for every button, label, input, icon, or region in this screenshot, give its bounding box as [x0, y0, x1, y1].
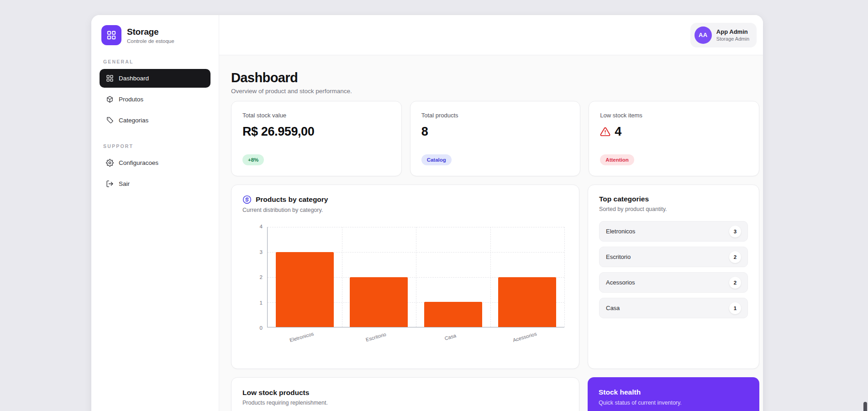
- chart-plot: [267, 227, 564, 327]
- sidebar-item-label: Sair: [119, 180, 130, 187]
- chart-y-tick-label: 2: [260, 274, 263, 280]
- main-area: AA App Admin Storage Admin Dashboard Ove…: [219, 15, 763, 411]
- category-count-badge: 2: [729, 277, 741, 289]
- stat-badge: Attention: [600, 154, 634, 165]
- mid-row: Products by category Current distributio…: [231, 184, 759, 369]
- top-categories-title: Top categories: [599, 195, 748, 203]
- stock-health-title: Stock health: [599, 388, 748, 396]
- stat-label: Low stock items: [600, 112, 748, 119]
- app-tagline: Controle de estoque: [127, 38, 174, 44]
- category-row: Casa 1: [599, 298, 748, 318]
- category-count-badge: 1: [729, 302, 741, 314]
- top-categories-subtitle: Sorted by product quantity.: [599, 206, 748, 212]
- low-stock-title: Low stock products: [242, 389, 568, 397]
- sidebar-item-label: Dashboard: [119, 75, 149, 82]
- low-stock-card: Low stock products Products requiring re…: [231, 377, 579, 411]
- top-categories-card: Top categories Sorted by product quantit…: [588, 184, 759, 369]
- category-count-badge: 3: [729, 226, 741, 237]
- stat-card-total-stock-value: Total stock value R$ 26.959,00 +8%: [231, 101, 402, 176]
- app-logo-icon: [101, 25, 121, 45]
- chart-y-tick-label: 3: [260, 249, 263, 255]
- stock-health-card: Stock health Quick status of current inv…: [588, 377, 759, 411]
- chart-bar-slot: [416, 227, 490, 327]
- bar-chart: 43210 E: [242, 227, 564, 337]
- stock-health-subtitle: Quick status of current inventory.: [599, 400, 748, 406]
- low-stock-subtitle: Products requiring replenishment.: [242, 400, 568, 406]
- tag-icon: [106, 116, 114, 124]
- sidebar-item-dashboard[interactable]: Dashboard: [100, 69, 210, 88]
- chart-bar-slot: [490, 227, 565, 327]
- stat-card-total-products: Total products 8 Catalog: [410, 101, 581, 176]
- sidebar-section-support: SUPPORT: [100, 143, 210, 149]
- page-subtitle: Overview of product and stock performanc…: [231, 88, 759, 95]
- chart-gridline: [564, 227, 565, 327]
- top-categories-list: Eletronicos 3 Escritorio 2 Acessorios 2: [599, 221, 748, 318]
- category-row: Escritorio 2: [599, 247, 748, 267]
- stat-label: Total products: [421, 112, 569, 119]
- user-role: Storage Admin: [716, 36, 749, 42]
- app-logo: Storage Controle de estoque: [100, 25, 210, 45]
- dashboard-content: Dashboard Overview of product and stock …: [219, 55, 763, 411]
- app-name: Storage: [127, 27, 174, 37]
- circle-dollar-icon: [242, 195, 252, 204]
- sidebar-item-produtos[interactable]: Produtos: [100, 90, 210, 109]
- category-row: Acessorios 2: [599, 272, 748, 293]
- chart-bar-eletronicos: [276, 252, 334, 327]
- sidebar: Storage Controle de estoque GENERAL Dash…: [91, 15, 219, 411]
- chart-bar-slot: [268, 227, 342, 327]
- chart-card-header: Products by category: [242, 195, 568, 204]
- chart-bar-casa: [424, 302, 482, 327]
- chart-card-title: Products by category: [256, 195, 328, 204]
- warning-triangle-icon: [600, 126, 610, 137]
- chart-bar-acessorios: [498, 277, 556, 327]
- chart-x-tick-label: Eletronicos: [289, 331, 315, 343]
- chart-x-tick-label: Acessorios: [512, 331, 537, 343]
- chart-bar-escritorio: [350, 277, 408, 327]
- bottom-row: Low stock products Products requiring re…: [231, 377, 759, 411]
- chart-x-axis: EletronicosEscritorioCasaAcessorios: [267, 332, 564, 337]
- chart-y-tick-label: 4: [260, 224, 263, 229]
- sidebar-item-configuracoes[interactable]: Configuracoes: [100, 153, 210, 172]
- sidebar-item-label: Produtos: [119, 96, 143, 103]
- sidebar-section-general: GENERAL: [100, 59, 210, 64]
- category-row: Eletronicos 3: [599, 221, 748, 242]
- chart-x-tick-label: Casa: [444, 332, 457, 341]
- stats-row: Total stock value R$ 26.959,00 +8% Total…: [231, 101, 759, 176]
- chart-y-tick-label: 0: [260, 325, 263, 331]
- grid-icon: [106, 74, 114, 82]
- page-scrollbar-thumb[interactable]: [863, 402, 867, 411]
- avatar: AA: [694, 26, 712, 44]
- category-name: Escritorio: [606, 253, 631, 260]
- user-name: App Admin: [716, 28, 749, 35]
- stat-badge: Catalog: [421, 154, 452, 165]
- user-menu[interactable]: AA App Admin Storage Admin: [690, 23, 757, 47]
- chart-bar-slot: [342, 227, 416, 327]
- app-window: Storage Controle de estoque GENERAL Dash…: [91, 15, 763, 411]
- chart-plot-column: EletronicosEscritorioCasaAcessorios: [267, 227, 564, 337]
- stat-badge: +8%: [242, 154, 264, 165]
- category-name: Casa: [606, 305, 620, 311]
- chart-y-tick-label: 1: [260, 300, 263, 306]
- chart-card-subtitle: Current distribution by category.: [242, 207, 568, 213]
- sidebar-item-sair[interactable]: Sair: [100, 174, 210, 193]
- header: AA App Admin Storage Admin: [219, 15, 763, 55]
- stat-value: 4: [600, 125, 748, 139]
- logout-icon: [106, 180, 114, 188]
- category-count-badge: 2: [729, 251, 741, 263]
- page-title: Dashboard: [231, 70, 759, 85]
- grid-icon: [106, 30, 116, 40]
- package-icon: [106, 95, 114, 103]
- stat-value: R$ 26.959,00: [242, 125, 390, 139]
- chart-x-tick-label: Escritorio: [365, 332, 387, 342]
- category-name: Acessorios: [606, 279, 635, 286]
- stat-value: 8: [421, 125, 569, 139]
- sidebar-item-label: Configuracoes: [119, 159, 158, 166]
- chart-y-axis: 43210: [242, 224, 267, 331]
- stat-value-number: 4: [615, 125, 621, 139]
- products-by-category-card: Products by category Current distributio…: [231, 184, 579, 369]
- category-name: Eletronicos: [606, 228, 635, 235]
- stat-card-low-stock-items: Low stock items 4 Attention: [589, 101, 759, 176]
- stat-label: Total stock value: [242, 112, 390, 119]
- sidebar-item-label: Categorias: [119, 117, 148, 124]
- sidebar-item-categorias[interactable]: Categorias: [100, 111, 210, 130]
